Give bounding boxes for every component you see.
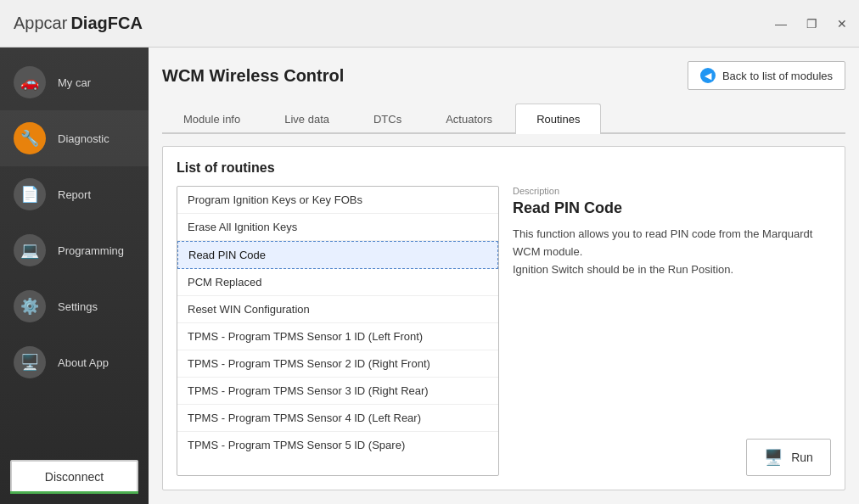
sidebar-label-about-app: About App	[58, 356, 109, 369]
sidebar-label-report: Report	[58, 188, 91, 201]
window-controls: — ❐ ✕	[771, 14, 852, 34]
app-name-bold: DiagFCA	[70, 14, 142, 33]
sidebar-spacer	[0, 390, 149, 450]
tab-dtcs[interactable]: DTCs	[352, 104, 423, 134]
tabs: Module info Live data DTCs Actuators Rou…	[162, 102, 845, 134]
content-area: WCM Wireless Control ◀ Back to list of m…	[149, 48, 859, 504]
description-title: Read PIN Code	[513, 199, 831, 217]
programming-icon: 💻	[14, 234, 46, 266]
report-icon: 📄	[14, 178, 46, 210]
sidebar-item-my-car[interactable]: 🚗 My car	[0, 54, 149, 110]
routine-item[interactable]: PCM Replaced	[177, 269, 498, 296]
back-to-list-button[interactable]: ◀ Back to list of modules	[688, 61, 845, 90]
module-title: WCM Wireless Control	[162, 66, 344, 86]
tab-routines[interactable]: Routines	[515, 104, 601, 134]
routine-item[interactable]: TPMS - Program TPMS Sensor 1 ID (Left Fr…	[177, 323, 498, 350]
section-title: List of routines	[177, 160, 831, 176]
sidebar-item-report[interactable]: 📄 Report	[0, 166, 149, 222]
content-body: List of routines Program Ignition Keys o…	[162, 146, 845, 490]
sidebar-label-diagnostic: Diagnostic	[58, 132, 109, 145]
tab-module-info[interactable]: Module info	[162, 104, 261, 134]
disconnect-button[interactable]: Disconnect	[10, 460, 138, 494]
titlebar: Appcar DiagFCA — ❐ ✕	[0, 0, 859, 48]
routines-list: Program Ignition Keys or Key FOBsErase A…	[177, 186, 499, 476]
routine-item[interactable]: Reset WIN Configuration	[177, 296, 498, 323]
back-arrow-icon: ◀	[700, 68, 716, 83]
sidebar-item-about-app[interactable]: 🖥️ About App	[0, 334, 149, 390]
sidebar: 🚗 My car 🔧 Diagnostic 📄 Report 💻 Program…	[0, 48, 149, 504]
close-button[interactable]: ✕	[832, 14, 852, 34]
run-icon: 🖥️	[764, 448, 783, 467]
routine-item[interactable]: TPMS - Program TPMS Sensor 3 ID (Right R…	[177, 378, 498, 405]
minimize-button[interactable]: —	[771, 14, 791, 34]
routine-item[interactable]: TPMS - Program TPMS Sensor 5 ID (Spare)	[177, 432, 498, 458]
routine-item[interactable]: TPMS - Program TPMS Sensor 4 ID (Left Re…	[177, 405, 498, 432]
sidebar-item-diagnostic[interactable]: 🔧 Diagnostic	[0, 110, 149, 166]
car-icon: 🚗	[14, 66, 46, 98]
run-area: 🖥️ Run	[513, 351, 831, 477]
app-logo: Appcar DiagFCA	[14, 14, 143, 33]
description-panel: Description Read PIN Code This function …	[513, 186, 831, 476]
sidebar-label-settings: Settings	[58, 300, 98, 313]
routines-layout: Program Ignition Keys or Key FOBsErase A…	[177, 186, 831, 476]
routine-item[interactable]: Program Ignition Keys or Key FOBs	[177, 187, 498, 214]
run-button-label: Run	[791, 451, 813, 464]
routine-item[interactable]: Erase All Ignition Keys	[177, 214, 498, 241]
tab-actuators[interactable]: Actuators	[424, 104, 514, 134]
routine-item[interactable]: TPMS - Program TPMS Sensor 2 ID (Right F…	[177, 350, 498, 378]
back-button-label: Back to list of modules	[722, 70, 833, 82]
settings-icon: ⚙️	[14, 290, 46, 322]
sidebar-label-programming: Programming	[58, 244, 124, 257]
restore-button[interactable]: ❐	[801, 14, 822, 34]
description-label: Description	[513, 186, 831, 196]
main-layout: 🚗 My car 🔧 Diagnostic 📄 Report 💻 Program…	[0, 48, 859, 504]
diagnostic-icon: 🔧	[14, 122, 46, 154]
run-button[interactable]: 🖥️ Run	[746, 439, 831, 476]
routine-item[interactable]: Read PIN Code	[177, 241, 498, 269]
content-header: WCM Wireless Control ◀ Back to list of m…	[162, 61, 845, 90]
about-app-icon: 🖥️	[14, 346, 46, 378]
app-name-light: Appcar	[14, 14, 67, 33]
sidebar-label-my-car: My car	[58, 76, 91, 89]
sidebar-item-programming[interactable]: 💻 Programming	[0, 222, 149, 278]
sidebar-item-settings[interactable]: ⚙️ Settings	[0, 278, 149, 334]
tab-live-data[interactable]: Live data	[263, 104, 351, 134]
description-text: This function allows you to read PIN cod…	[513, 226, 831, 351]
